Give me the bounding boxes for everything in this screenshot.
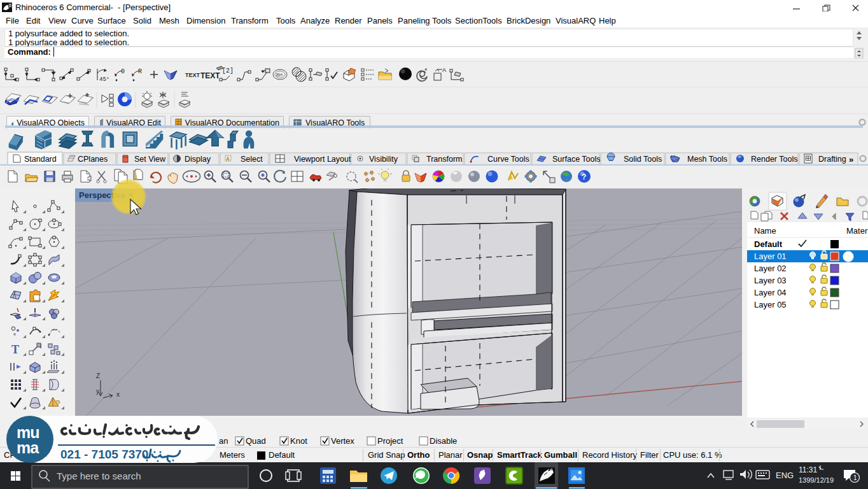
svg-text:y: y [96,388,99,395]
svg-text:Set View: Set View [134,155,166,164]
svg-text:Disable: Disable [430,436,457,446]
svg-text:021 - 7105 7370: 021 - 7105 7370 [60,448,148,461]
svg-text:x: x [116,391,120,398]
svg-text:Name: Name [754,226,776,236]
svg-text:Render Tools: Render Tools [751,155,797,164]
svg-text:Type here to search: Type here to search [57,471,141,481]
svg-text:Project: Project [377,436,403,446]
svg-text:TEXT: TEXT [200,71,220,80]
svg-text:11:31: 11:31 [799,465,817,474]
svg-text:Display: Display [185,155,211,164]
svg-text:1399/12/19: 1399/12/19 [799,476,834,484]
svg-text:»: » [849,155,853,164]
svg-text:1: 1 [853,474,857,481]
svg-text:Drafting: Drafting [818,155,846,164]
svg-text:Transform: Transform [426,155,463,164]
svg-text:Quad: Quad [246,436,266,446]
svg-text:Curve Tools: Curve Tools [487,155,529,164]
svg-text:ENG: ENG [776,471,794,480]
svg-text:Viewport Layout: Viewport Layout [294,155,351,164]
svg-text:6: 6 [550,467,553,474]
svg-text:Mesh Tools: Mesh Tools [687,155,727,164]
svg-text:6: 6 [9,3,11,8]
svg-text:Solid Tools: Solid Tools [624,155,662,164]
svg-text:Surface Tools: Surface Tools [552,155,601,164]
svg-text:Vertex: Vertex [331,436,354,446]
svg-text:TEXT: TEXT [185,72,200,78]
svg-text:Visibility: Visibility [369,155,398,164]
svg-text:A: A [442,67,446,73]
svg-text:Z: Z [96,372,100,379]
svg-text:Select: Select [241,155,263,164]
svg-text:Standard: Standard [24,155,57,164]
svg-text:ma: ma [17,439,39,457]
svg-text:Layer 04: Layer 04 [754,288,787,297]
svg-text:BH: BH [276,73,283,77]
svg-text:Knot: Knot [290,436,307,446]
svg-text:?: ? [582,173,586,181]
svg-text:45°: 45° [99,76,109,83]
svg-text:[2]: [2] [222,67,234,74]
svg-text:CPlanes: CPlanes [78,155,108,164]
svg-text:0: 0 [121,68,125,75]
svg-text:Layer 05: Layer 05 [754,300,787,309]
svg-text:R: R [138,68,142,75]
svg-text:Layer 03: Layer 03 [754,276,787,285]
svg-text:Materi: Materi [846,226,868,236]
svg-text:Layer 01: Layer 01 [754,252,787,261]
svg-text:T: T [11,343,19,356]
svg-text:Default: Default [754,239,783,249]
svg-text:Layer 02: Layer 02 [754,264,787,273]
